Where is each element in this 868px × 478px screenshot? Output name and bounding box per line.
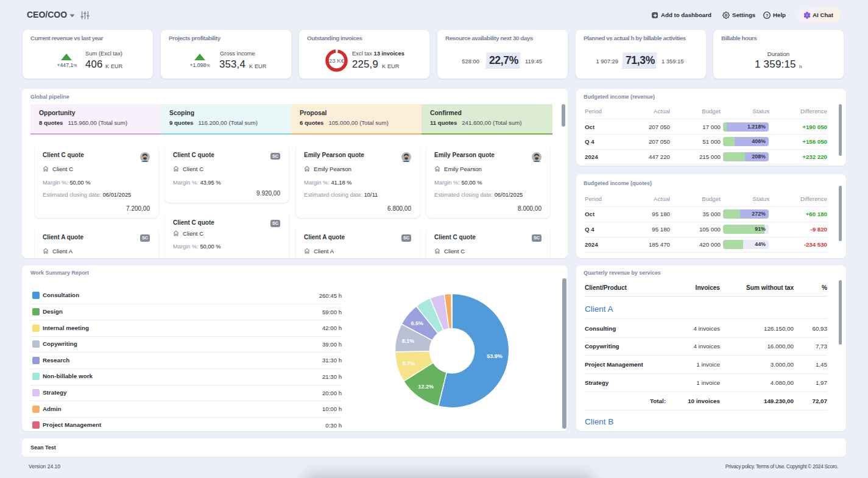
svg-text:?: ? bbox=[766, 13, 769, 18]
svg-text:12.2%: 12.2% bbox=[418, 384, 434, 390]
svg-text:8.1%: 8.1% bbox=[402, 338, 415, 344]
svg-text:8.7%: 8.7% bbox=[403, 360, 415, 367]
svg-text:53.9%: 53.9% bbox=[487, 353, 503, 359]
svg-text:6.5%: 6.5% bbox=[411, 320, 424, 326]
